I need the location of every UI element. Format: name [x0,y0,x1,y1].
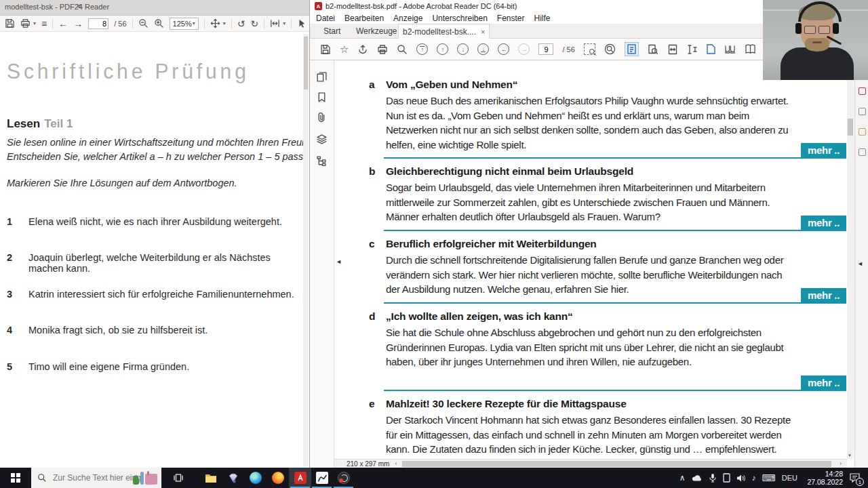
file-explorer-button[interactable] [199,468,222,488]
previous-view-icon[interactable]: ← [498,43,509,55]
zoom-out-icon[interactable] [138,18,149,28]
share-upload-icon[interactable] [357,44,368,55]
page-display-icon[interactable] [625,42,639,56]
onedrive-cloud-icon[interactable] [692,474,703,482]
collapse-pane-left-icon[interactable]: ◄ [336,259,342,265]
tab-document-label: b2-modelltest-bsk.... [403,27,476,37]
menu-unterschreiben[interactable]: Unterschreiben [432,14,487,23]
tags-tree-icon[interactable] [316,155,328,167]
acrobat-horizontal-scrollbar[interactable]: 210 x 297 mm ‹ › [334,459,847,468]
tab-document[interactable]: b2-modelltest-bsk.... × [398,24,490,39]
zoom-in-icon[interactable] [154,18,164,28]
touch-keyboard-icon[interactable]: ⌨ [762,473,776,483]
obs-studio-taskbar-button[interactable] [332,468,355,488]
speaker-icon[interactable] [736,474,746,483]
page-number-input[interactable] [88,18,108,29]
rotate-left-icon[interactable]: ↺ [237,19,245,28]
section-heading: LesenTeil 1 [7,117,73,131]
start-button[interactable] [0,468,31,488]
print-caret-icon[interactable]: ▾ [33,20,36,26]
marquee-zoom-icon[interactable] [584,43,595,55]
tab-start[interactable]: Start [319,24,344,39]
hscroll-left-icon[interactable]: ‹ [395,460,397,467]
webcam-video-overlay [763,0,868,80]
page-thumbnails-icon[interactable] [316,71,328,83]
find-icon[interactable] [397,44,408,55]
pan-caret-icon[interactable]: ▾ [223,20,226,26]
pdf24-vertical-scrollbar[interactable] [303,34,309,466]
tab-close-icon[interactable]: × [481,28,485,36]
layers-icon[interactable] [316,134,328,145]
attachments-icon[interactable] [316,112,328,123]
pdf24-document-tab[interactable]: modelltest-bsk - PDF24 Reader [5,3,109,11]
next-view-icon[interactable]: → [518,43,530,55]
task-view-button[interactable] [167,468,189,488]
previous-page-icon[interactable]: ← [58,19,68,28]
pdf24-scrollbar-thumb[interactable] [304,37,308,89]
fit-caret-icon[interactable]: ▾ [283,20,285,26]
device-cast-icon[interactable] [723,473,730,483]
bookmarks-icon[interactable] [316,92,328,103]
save-icon[interactable] [320,44,331,55]
search-input[interactable] [52,472,142,483]
fit-width-icon[interactable] [270,18,280,28]
menu-hilfe[interactable]: Hilfe [534,14,551,23]
two-page-view-icon[interactable] [724,44,736,54]
fan-app-button[interactable] [222,468,244,488]
menu-bearbeiten[interactable]: Bearbeiten [344,14,384,23]
page-preview-icon[interactable] [648,44,658,55]
first-page-icon[interactable]: ↑ [416,43,428,55]
acrobat-reader-taskbar-button[interactable] [289,468,311,488]
tray-expand-chevron-icon[interactable]: ∧ [679,474,686,482]
edge-browser-button[interactable] [244,468,267,488]
hscroll-right-icon[interactable]: › [840,460,842,467]
article-divider [384,157,846,159]
page-number-input[interactable] [538,43,553,55]
microphone-icon[interactable] [709,473,717,483]
article-label: a [369,79,375,91]
tool-icon[interactable] [859,87,866,95]
language-indicator[interactable]: DEU [782,474,797,482]
next-page-icon[interactable]: → [73,19,83,28]
audio-app-note-icon[interactable]: ♪ [752,474,756,482]
pdf24-tab-close-icon[interactable]: × [77,1,81,11]
pdf24-tab-bar: modelltest-bsk - PDF24 Reader × [0,0,309,16]
favorites-star-icon[interactable]: ☆ [340,44,349,54]
notification-center-button[interactable]: 1 [849,472,861,483]
zoom-tool-icon[interactable] [604,43,616,55]
tool-icon[interactable] [859,128,866,136]
page-list-icon[interactable]: ≡ [41,19,47,28]
previous-page-icon[interactable]: ↑ [437,43,448,55]
save-icon[interactable] [5,18,15,28]
acrobat-vertical-scrollbar[interactable]: ▲ ▼ [847,60,854,459]
print-icon[interactable] [377,44,388,55]
pan-tool-icon[interactable] [210,18,220,28]
menu-datei[interactable]: Datei [316,14,335,23]
fit-width-page-icon[interactable] [667,44,678,55]
taskbar-clock[interactable]: 14:28 27.08.2022 [804,470,843,486]
article-divider [384,302,846,304]
hscroll-thumb[interactable] [402,461,831,467]
vscroll-thumb[interactable] [848,119,853,136]
tool-icon[interactable] [859,108,866,115]
article-label: b [369,165,375,178]
firefox-browser-button[interactable] [267,468,289,488]
fit-page-icon[interactable] [707,44,715,54]
expand-pane-right-icon[interactable]: ◄ [857,261,863,267]
tool-icon[interactable] [859,148,866,156]
tab-werkzeuge[interactable]: Werkzeuge [352,24,401,39]
select-cursor-icon[interactable] [297,19,307,28]
last-page-icon[interactable]: ↓ [477,43,489,55]
zoom-level-select[interactable]: 125%▾ [170,18,199,30]
fit-height-icon[interactable] [687,44,698,55]
pdf24-taskbar-button[interactable] [311,468,333,488]
menu-fenster[interactable]: Fenster [497,14,525,23]
print-icon[interactable] [20,18,31,28]
question-item: 4 Monika fragt sich, ob sie zu hilfsbere… [7,325,305,336]
book-view-icon[interactable] [745,44,756,54]
menu-anzeige[interactable]: Anzeige [393,14,422,23]
next-page-icon[interactable]: ↓ [457,43,469,55]
scroll-down-icon[interactable]: ▼ [848,453,852,458]
taskbar-search-box[interactable] [31,468,161,488]
rotate-right-icon[interactable]: ↻ [250,19,258,28]
